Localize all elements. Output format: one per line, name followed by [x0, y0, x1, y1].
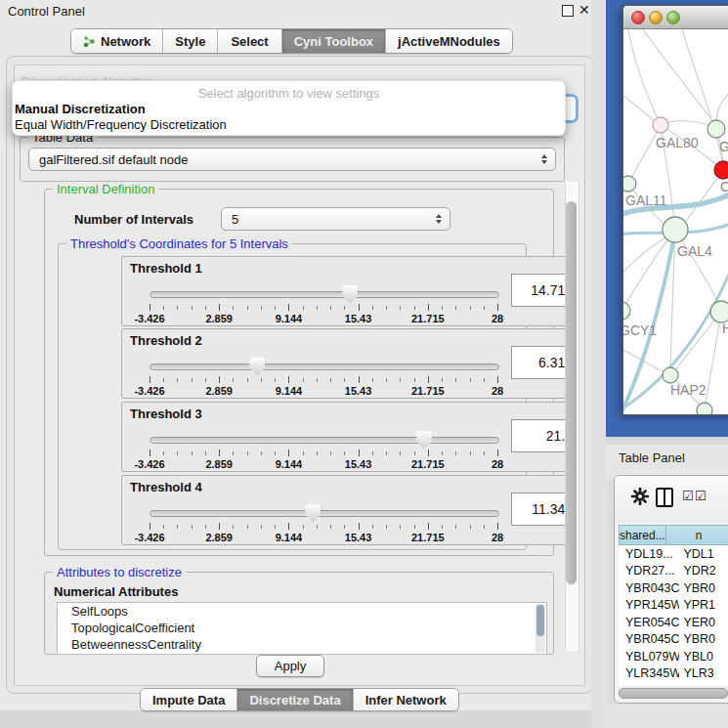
slider-track[interactable]: [150, 437, 499, 444]
apply-button[interactable]: Apply: [256, 655, 324, 677]
screen: Control Panel ✕ Network Style Select: [0, 0, 728, 728]
network-canvas[interactable]: GAL80 GA C GAL11 GAL4 GCY1 H HAP2: [623, 29, 728, 414]
checkbox-icon[interactable]: ☑: [695, 489, 707, 503]
table-data-combo[interactable]: galFiltered.sif default node: [28, 148, 556, 171]
threshold-2-slider[interactable]: -3.4262.8599.14415.4321.71528: [150, 357, 497, 396]
tick-mark: [205, 451, 206, 455]
label-gcy1: GCY1: [623, 322, 657, 338]
node-gal11[interactable]: [623, 176, 636, 192]
attribute-list-item[interactable]: TopologicalCoefficient: [58, 620, 546, 636]
node-mid-right[interactable]: [710, 301, 728, 322]
tick-mark: [219, 523, 220, 530]
tick-mark: [497, 376, 498, 383]
float-window-icon[interactable]: [562, 5, 574, 17]
cell-name: YBL0: [679, 650, 728, 664]
zoom-traffic-light[interactable]: [666, 11, 680, 24]
slider-track[interactable]: [150, 364, 499, 370]
close-traffic-light[interactable]: [631, 11, 645, 24]
table-panel-toolbar: ☑ ☑: [615, 476, 728, 523]
tab-infer-network[interactable]: Infer Network: [354, 689, 458, 710]
network-window-titlebar[interactable]: [623, 6, 728, 29]
network-icon: [83, 35, 96, 48]
tick-mark: [317, 306, 318, 310]
tick-label: 9.144: [276, 532, 303, 543]
node-hap2[interactable]: [663, 367, 678, 383]
algorithm-option-manual[interactable]: Manual Discretization: [15, 102, 146, 116]
tick-mark: [455, 378, 456, 382]
split-columns-icon[interactable]: [656, 488, 673, 507]
table-row[interactable]: YBL079WYBL0: [619, 648, 728, 665]
column-header-name[interactable]: n: [666, 525, 728, 545]
slider-track[interactable]: [150, 291, 499, 298]
node-gal80[interactable]: [653, 117, 668, 133]
slider-thumb[interactable]: [249, 358, 265, 376]
table-row[interactable]: YDL19...YDL1: [619, 545, 728, 563]
tick-mark: [163, 378, 164, 382]
tab-select[interactable]: Select: [218, 29, 281, 53]
panel-vertical-scrollbar-thumb[interactable]: [566, 201, 577, 584]
tab-impute-data[interactable]: Impute Data: [141, 689, 237, 710]
table-horizontal-scrollbar[interactable]: [617, 687, 728, 698]
node-red-selected[interactable]: [714, 161, 728, 179]
node-gal4[interactable]: [663, 217, 688, 242]
algorithm-option-equal-width[interactable]: Equal Width/Frequency Discretization: [15, 117, 227, 132]
table-row[interactable]: YDR27...YDR2: [619, 563, 728, 580]
slider-thumb[interactable]: [342, 285, 358, 304]
node-top-right[interactable]: [707, 120, 725, 138]
table-rows: YDL19...YDL1YDR27...YDR2YBR043CYBR0YPR14…: [619, 545, 728, 686]
table-row[interactable]: YBR045CYBR0: [619, 631, 728, 649]
threshold-2-panel: Threshold 2 -3.4262.8599.14415.4321.7152…: [121, 328, 578, 399]
tick-mark: [192, 378, 193, 382]
tick-mark: [303, 525, 304, 529]
tab-style[interactable]: Style: [163, 29, 218, 53]
threshold-3-slider[interactable]: -3.4262.8599.14415.4321.71528: [150, 430, 497, 469]
table-row[interactable]: YER054CYER0: [619, 614, 728, 631]
tab-discretize-data[interactable]: Discretize Data: [237, 689, 353, 710]
slider-track[interactable]: [150, 510, 499, 517]
tick-mark: [192, 451, 193, 455]
table-row[interactable]: YPR145WYPR1: [619, 597, 728, 615]
node-gcy1[interactable]: [623, 302, 630, 320]
attributes-list-scrollbar[interactable]: [535, 604, 545, 653]
attribute-list-item[interactable]: SelfLoops: [58, 603, 546, 620]
threshold-1-slider[interactable]: -3.4262.8599.14415.4321.71528: [150, 284, 497, 323]
cell-name: YER0: [679, 616, 728, 629]
close-icon[interactable]: ✕: [578, 2, 590, 18]
tick-mark: [275, 306, 276, 310]
tab-network[interactable]: Network: [71, 29, 163, 53]
attribute-list-item[interactable]: BetweennessCentrality: [58, 636, 546, 653]
table-row[interactable]: YLR345WYLR3: [619, 665, 728, 683]
table-row[interactable]: YIL052CYIL0: [619, 682, 728, 686]
node-bottom-partial[interactable]: [697, 403, 712, 414]
tick-mark: [484, 306, 485, 310]
attributes-list-scrollbar-thumb[interactable]: [536, 605, 544, 636]
minimize-traffic-light[interactable]: [649, 11, 663, 24]
tick-label: 15.43: [345, 385, 372, 397]
tick-mark: [219, 376, 220, 383]
table-horizontal-scrollbar-thumb[interactable]: [619, 688, 728, 699]
tab-jactivemnodules[interactable]: jActiveMNodules: [386, 29, 512, 53]
checkbox-icon[interactable]: ☑: [682, 489, 694, 503]
tick-label: 21.715: [411, 458, 445, 470]
network-view-window[interactable]: GAL80 GA C GAL11 GAL4 GCY1 H HAP2: [622, 5, 728, 415]
algorithm-dropdown-popup: Select algorithm to view settings Manual…: [12, 80, 566, 136]
table-row[interactable]: YBR043CYBR0: [619, 579, 728, 597]
slider-thumb[interactable]: [416, 431, 432, 450]
slider-thumb[interactable]: [305, 504, 321, 523]
thresholds-group: Threshold's Coordinates for 5 Intervals …: [58, 243, 527, 550]
slider-tick-labels: -3.4262.8599.14415.4321.71528: [150, 385, 497, 397]
tick-mark: [442, 306, 443, 310]
tick-mark: [150, 304, 150, 311]
tick-mark: [317, 451, 318, 455]
tick-mark: [247, 451, 248, 455]
tab-cyni-toolbox[interactable]: Cyni Toolbox: [282, 29, 386, 53]
tick-mark: [497, 523, 498, 530]
threshold-4-slider[interactable]: -3.4262.8599.14415.4321.71528: [150, 503, 497, 542]
number-of-intervals-combo[interactable]: 5: [221, 207, 450, 231]
tab-label: Cyni Toolbox: [294, 34, 373, 49]
column-header-shared[interactable]: shared...: [619, 525, 666, 545]
tick-mark: [484, 525, 485, 529]
tick-mark: [233, 525, 234, 529]
numerical-attributes-list[interactable]: SelfLoopsTopologicalCoefficientBetweenne…: [57, 602, 547, 655]
gear-icon[interactable]: [630, 487, 650, 506]
